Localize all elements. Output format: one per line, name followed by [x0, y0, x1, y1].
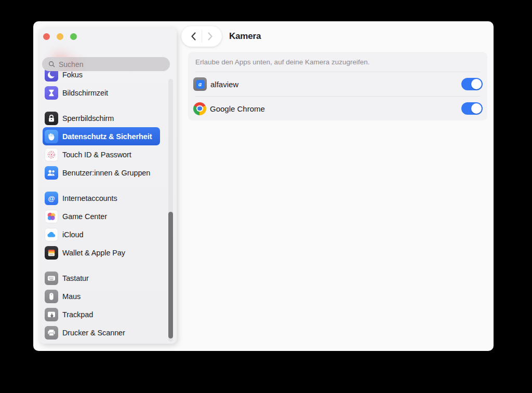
desktop: Fokus Bildschirmzeit: [0, 0, 532, 393]
permission-description: Erlaube den Apps unten, auf deine Kamera…: [188, 52, 487, 72]
app-row-google-chrome: Google Chrome: [188, 97, 487, 120]
app-row-alfaview: a alfaview: [188, 72, 487, 96]
sidebar-list: Fokus Bildschirmzeit: [43, 65, 160, 342]
sidebar-item-game-center[interactable]: Game Center: [43, 207, 160, 225]
group-gap: [43, 102, 160, 109]
minimize-button[interactable]: [57, 33, 63, 40]
sidebar-item-wallet-apple-pay[interactable]: Wallet & Apple Pay: [43, 243, 160, 262]
hourglass-icon: [45, 86, 58, 100]
nav-divider: [202, 30, 202, 43]
back-button[interactable]: [188, 29, 199, 44]
page-title: Kamera: [229, 31, 261, 42]
svg-text:@: @: [48, 194, 55, 202]
fingerprint-icon: [45, 148, 58, 161]
toggle-knob: [471, 103, 482, 114]
search-icon: [47, 60, 56, 69]
sidebar-item-maus[interactable]: Maus: [43, 287, 160, 305]
sidebar-item-trackpad[interactable]: Trackpad: [43, 305, 160, 323]
window-controls: [43, 33, 77, 40]
hand-icon: [45, 130, 58, 143]
game-center-icon: [45, 210, 58, 223]
sidebar-item-tastatur[interactable]: Tastatur: [43, 269, 160, 287]
mouse-icon: [45, 290, 58, 303]
close-button[interactable]: [43, 33, 50, 40]
sidebar-item-benutzer-gruppen[interactable]: Benutzer:innen & Gruppen: [43, 164, 160, 182]
zoom-button[interactable]: [70, 33, 77, 40]
google-chrome-app-icon: [193, 102, 206, 115]
sidebar-item-touch-id-passwort[interactable]: Touch ID & Passwort: [43, 145, 160, 164]
group-gap: [43, 182, 160, 189]
cloud-icon: [45, 228, 58, 241]
sidebar-search[interactable]: [42, 57, 170, 71]
chevron-left-icon: [190, 31, 197, 42]
toggle-knob: [471, 79, 482, 89]
chevron-right-icon: [207, 31, 214, 42]
sidebar-scrollbar-thumb[interactable]: [168, 212, 173, 338]
sidebar-item-bildschirmzeit[interactable]: Bildschirmzeit: [43, 84, 160, 102]
system-settings-window: Fokus Bildschirmzeit: [33, 21, 494, 351]
keyboard-icon: [45, 272, 58, 285]
printer-icon: [45, 326, 58, 340]
sidebar: Fokus Bildschirmzeit: [39, 28, 177, 344]
navigation-pill: [181, 26, 222, 47]
sidebar-item-drucker-scanner[interactable]: Drucker & Scanner: [43, 323, 160, 342]
wallet-icon: [45, 246, 58, 260]
trackpad-icon: [45, 308, 58, 321]
camera-toggle-google-chrome[interactable]: [461, 102, 483, 115]
camera-toggle-alfaview[interactable]: [461, 78, 483, 90]
sidebar-scrollbar-track[interactable]: [168, 79, 173, 342]
sidebar-item-datenschutz-sicherheit[interactable]: Datenschutz & Sicherheit: [43, 127, 160, 145]
search-input[interactable]: [59, 60, 157, 69]
app-name: alfaview: [210, 80, 238, 89]
at-icon: @: [45, 192, 58, 205]
camera-permissions-card: Erlaube den Apps unten, auf deine Kamera…: [188, 52, 487, 120]
group-gap: [43, 262, 160, 269]
main-header: Kamera: [181, 26, 261, 47]
forward-button[interactable]: [204, 29, 216, 44]
sidebar-item-internetaccounts[interactable]: @ Internetaccounts: [43, 189, 160, 207]
app-name: Google Chrome: [210, 104, 265, 113]
alfaview-app-icon: a: [193, 77, 207, 91]
sidebar-item-icloud[interactable]: iCloud: [43, 225, 160, 243]
sidebar-item-sperrbildschirm[interactable]: Sperrbildschirm: [43, 109, 160, 127]
lock-icon: [45, 112, 58, 125]
users-icon: [45, 166, 58, 180]
